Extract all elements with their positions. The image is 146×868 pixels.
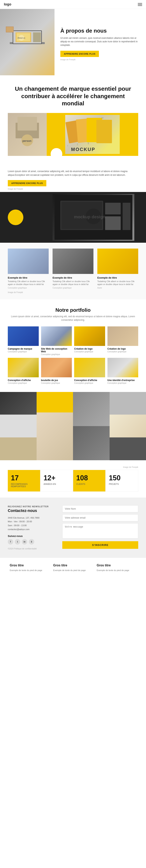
portfolio-item-3[interactable]: Création de logo Conception graphique: [74, 327, 105, 355]
hero-title: À propos de nous: [60, 28, 140, 34]
portfolio-image-7: [74, 358, 105, 377]
copyright-text: ©2024 Politique de confidentialité: [8, 548, 54, 550]
portfolio-image-5: [8, 358, 39, 377]
hero-content: À propos de nous Ut enim ad minim veniam…: [54, 9, 146, 75]
footer-title-2: Gros titre: [53, 564, 93, 567]
svg-text:1: 1: [67, 145, 68, 147]
portfolio-item-cat-1: Conception graphique: [8, 350, 39, 353]
gallery-col-1: [0, 392, 37, 460]
hero-section: About us À propos de nous Ut enim ad min…: [0, 9, 146, 75]
contact-form: S'INSCRIRE: [62, 505, 138, 550]
portfolio-item-2[interactable]: Site Web de conception Web Conception gr…: [41, 327, 72, 355]
svg-rect-27: [105, 216, 121, 230]
portfolio-item-8[interactable]: Une identité d'entreprise Conception gra…: [107, 358, 138, 384]
mockup-banner: mockup design: [0, 192, 146, 243]
svg-text:A4: A4: [101, 117, 103, 119]
portfolio-subtitle: Lorem ipsum dolor ut amet, consectetur a…: [8, 315, 138, 322]
svg-rect-28: [123, 203, 131, 230]
gallery-img-9: [110, 414, 146, 437]
subscribe-button[interactable]: S'INSCRIRE: [62, 541, 138, 549]
contact-left: REJOIGNEZ NOTRE NEWSLETTER Contactez-nou…: [8, 505, 54, 550]
menu-button[interactable]: [138, 3, 142, 6]
portfolio-item-cat-3: Conception graphique: [74, 350, 105, 353]
examples-section: Exemple de titre Todalérig Clik albert o…: [0, 243, 146, 299]
portfolio-item-title-1: Campagne de marque: [8, 347, 39, 350]
stat-item-4: 150 PROJETS: [106, 470, 138, 492]
portfolio-item-5[interactable]: Conception d'affiche Conception graphiqu…: [8, 358, 39, 384]
example-desc-1: Todalérig Clik albert or double toca Cli…: [8, 280, 49, 286]
instagram-icon[interactable]: in: [22, 539, 27, 545]
svg-text:MOCKUP: MOCKUP: [71, 147, 96, 152]
svg-rect-11: [17, 117, 37, 130]
portfolio-item-cat-7: Conception graphique: [74, 382, 105, 384]
message-input[interactable]: [62, 523, 138, 538]
gallery-img-6: [73, 392, 110, 426]
examples-grid: Exemple de titre Todalérig Clik albert o…: [8, 249, 138, 289]
svg-text:person: person: [23, 139, 32, 143]
stat-item-3: 108 CLIENTS: [73, 470, 106, 492]
facebook-icon[interactable]: f: [8, 539, 13, 545]
gallery-img-3: [0, 437, 37, 460]
portfolio-image-4: [107, 327, 138, 346]
footer-section: Gros titre Exemple de texte du pied de p…: [0, 558, 146, 578]
logo: logo: [4, 2, 11, 6]
hero-description: Ut enim ad minim veniam, quis nostrud ex…: [60, 36, 140, 47]
gallery-col-4: [110, 392, 146, 460]
portfolio-item-cat-6: Conception graphique: [41, 382, 72, 384]
portfolio-item-cat-2: Conception graphique: [41, 353, 72, 355]
twitter-icon[interactable]: t: [15, 539, 20, 545]
gallery-section: [0, 392, 146, 460]
footer-text-3: Exemple de texte du pied de page: [97, 569, 136, 572]
social-icons: f t in li: [8, 539, 54, 545]
header: logo: [0, 0, 146, 9]
hero-cta-button[interactable]: APPRENDRE ENCORE PLUS: [60, 51, 99, 57]
example-card-3: Exemple de titre Todalérig Clik albert o…: [97, 249, 138, 289]
learn-more-button[interactable]: APPRENDRE ENCORE PLUS: [8, 180, 46, 186]
name-input[interactable]: [62, 505, 138, 512]
stats-section: Image de Freepik 17 RÉCOMPENSES REMPORTÉ…: [0, 460, 146, 497]
hero-image: About us: [0, 9, 54, 75]
portfolio-item-cat-8: Conception graphique: [107, 382, 138, 384]
portfolio-item-1[interactable]: Campagne de marque Conception graphique: [8, 327, 39, 355]
stats-grid: 17 RÉCOMPENSES REMPORTÉES 12+ ANNÉES EN …: [8, 470, 138, 492]
example-image-2: [52, 249, 94, 274]
yellow-circle: [8, 210, 23, 225]
example-cat-2: Conception graphique: [52, 287, 94, 289]
stat-item-1: 17 RÉCOMPENSES REMPORTÉES: [8, 470, 40, 492]
example-cat-1: Conception graphique: [8, 287, 49, 289]
social-title: Suivez-nous: [8, 534, 54, 537]
linkedin-icon[interactable]: li: [29, 539, 34, 545]
contact-eyebrow: REJOIGNEZ NOTRE NEWSLETTER: [8, 505, 54, 508]
social-section: Suivez-nous f t in li: [8, 534, 54, 545]
example-desc-2: Todalérig Clik albert or double toca Cli…: [52, 280, 94, 286]
example-title-1: Exemple de titre: [8, 276, 49, 279]
portfolio-item-6[interactable]: bouteille de jus Conception graphique: [41, 358, 72, 384]
text-image-label: Image de Freepik: [8, 188, 138, 190]
portfolio-item-cat-5: Conception graphique: [8, 382, 39, 384]
portfolio-section: Notre portfolio Lorem ipsum dolor ut ame…: [0, 299, 146, 392]
portfolio-item-4[interactable]: Création de logo Conception graphique: [107, 327, 138, 355]
portfolio-item-title-2: Site Web de conception Web: [41, 347, 72, 353]
portfolio-item-title-8: Une identité d'entreprise: [107, 379, 138, 382]
portfolio-image-8: [107, 358, 138, 377]
email-input[interactable]: [62, 514, 138, 521]
stats-image-label: Image de Freepik: [8, 466, 138, 468]
stat-label-3: CLIENTS: [76, 483, 102, 485]
portfolio-item-title-4: Création de logo: [107, 347, 138, 350]
stat-number-3: 108: [76, 474, 102, 482]
portfolio-item-cat-4: Conception graphique: [107, 350, 138, 353]
example-desc-3: Todalérig Clik albert or double toca Cli…: [97, 280, 138, 286]
brand-left-image: person: [8, 113, 47, 156]
stat-number-1: 17: [11, 474, 37, 482]
contact-title: Contactez-nous: [8, 508, 54, 513]
footer-col-1: Gros titre Exemple de texte du pied de p…: [8, 564, 51, 572]
example-title-3: Exemple de titre: [97, 276, 138, 279]
brand-grid: person 1 2 3 A4 MOCKUP: [8, 113, 138, 156]
brand-section: Un changement de marque essentiel pour c…: [0, 75, 146, 162]
portfolio-image-6: [41, 358, 72, 377]
portfolio-item-title-5: Conception d'affiche: [8, 379, 39, 382]
example-card-2: Exemple de titre Todalérig Clik albert o…: [52, 249, 94, 289]
mockup-banner-image: mockup design: [52, 194, 134, 241]
gallery-img-8: [110, 392, 146, 415]
portfolio-item-7[interactable]: Conception d'affiche Conception graphiqu…: [74, 358, 105, 384]
